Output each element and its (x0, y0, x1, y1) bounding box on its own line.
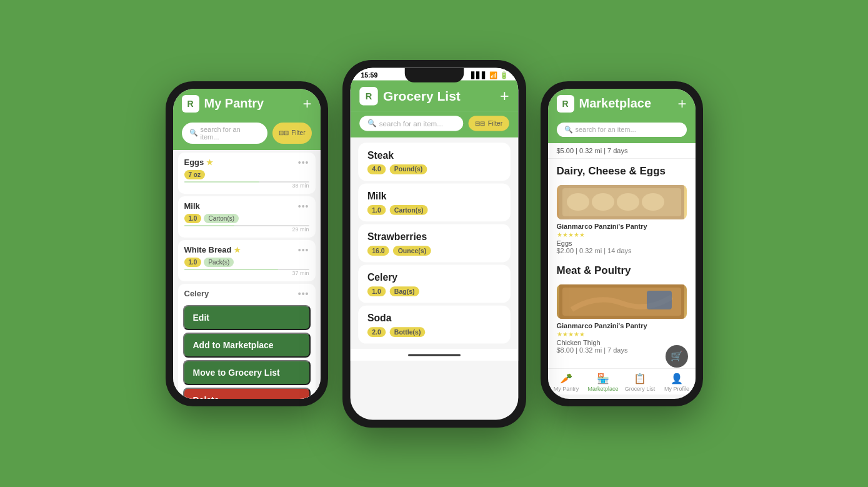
seller-name-chicken: Gianmarco Panzini's Pantry (557, 322, 687, 329)
star-icon: ★ (234, 246, 241, 254)
list-item[interactable]: Steak 4.0 Pound(s) (358, 143, 511, 181)
filter-icon: ⊟⊟ (474, 119, 485, 127)
list-item[interactable]: Soda 2.0 Bottle(s) (358, 305, 511, 343)
wifi-icon: 📶 (489, 71, 497, 79)
grocery-item-name-milk: Milk (367, 189, 501, 201)
unit-tag-bread: Pack(s) (204, 258, 234, 267)
qty-strawberries: 16.0 (367, 246, 389, 256)
status-time: 15:59 (361, 71, 377, 79)
search-icon: 🔍 (564, 126, 573, 134)
qty-celery: 1.0 (367, 286, 385, 296)
product-name-eggs: Eggs (557, 239, 687, 247)
filter-icon: ⊟⊟ (279, 129, 289, 136)
unit-tag-milk: Carton(s) (204, 214, 239, 223)
item-time-milk: 29 min (184, 226, 309, 233)
unit-soda: Bottle(s) (389, 327, 425, 337)
list-item[interactable]: Gianmarco Panzini's Pantry ★★★★★ Eggs $2… (548, 181, 696, 258)
marketplace-add-button[interactable]: + (677, 96, 686, 111)
marketplace-content: $5.00 | 0.32 mi | 7 days Dairy, Cheese &… (548, 143, 696, 368)
grocery-items-list: Steak 4.0 Pound(s) Milk 1.0 Carton(s) St… (350, 137, 518, 348)
grocery-filter-label: Filter (487, 119, 502, 127)
pantry-add-button[interactable]: + (302, 96, 311, 111)
product-price-eggs: $2.00 | 0.32 mi | 14 days (557, 247, 687, 254)
svg-point-3 (592, 193, 614, 211)
list-item[interactable]: Milk 1.0 Carton(s) (358, 183, 511, 221)
list-item[interactable]: Strawberries 16.0 Ounce(s) (358, 224, 511, 262)
grocery-search-input[interactable]: 🔍 search for an item... (359, 116, 463, 131)
add-to-marketplace-button[interactable]: Add to Marketplace (183, 333, 311, 358)
item-menu-eggs[interactable]: ••• (298, 158, 309, 168)
unit-strawberries: Ounce(s) (393, 246, 431, 256)
list-item[interactable]: White Bread ★ ••• 1.0 Pack(s) 37 min (178, 240, 316, 281)
bottom-nav: 🥕 My Pantry 🏪 Marketplace 📋 Grocery List… (548, 368, 696, 394)
nav-label-pantry: My Pantry (554, 386, 579, 392)
list-item[interactable]: Eggs ★ ••• 7 oz 38 min (178, 153, 316, 194)
app-logo-grocery: R (359, 87, 377, 105)
grocery-title: Grocery List (383, 88, 461, 103)
grocery-add-button[interactable]: + (499, 88, 509, 104)
delete-button[interactable]: Delete (183, 388, 311, 399)
item-menu-bread[interactable]: ••• (298, 245, 309, 255)
app-logo-pantry: R (182, 95, 199, 113)
list-item[interactable]: Milk ••• 1.0 Carton(s) 29 min (178, 196, 316, 238)
grocery-item-name-steak: Steak (367, 149, 501, 160)
item-name-milk: Milk (184, 201, 200, 211)
pantry-filter-label: Filter (291, 129, 305, 136)
notch (404, 68, 464, 82)
scene: R My Pantry + 🔍 search for an item... ⊟⊟… (0, 0, 868, 487)
app-logo-marketplace: R (557, 95, 574, 113)
grocery-filter-button[interactable]: ⊟⊟ Filter (468, 116, 509, 131)
pantry-header: R My Pantry + (173, 89, 321, 119)
grocery-header: R Grocery List + (350, 80, 518, 111)
search-icon: 🔍 (367, 119, 376, 128)
search-icon: 🔍 (189, 129, 198, 137)
category-dairy: Dairy, Cheese & Eggs (548, 159, 696, 181)
context-dots: ••• (298, 289, 309, 299)
item-name-bread: White Bread ★ (184, 245, 241, 254)
price-row: $5.00 | 0.32 mi | 7 days (548, 143, 696, 159)
unit-celery: Bag(s) (389, 286, 419, 296)
nav-label-marketplace: Marketplace (587, 386, 618, 392)
nav-label-grocery: Grocery List (625, 386, 656, 392)
marketplace-title: Marketplace (579, 96, 652, 111)
seller-name-eggs: Gianmarco Panzini's Pantry (557, 223, 687, 230)
unit-milk: Carton(s) (389, 205, 427, 215)
move-to-grocery-button[interactable]: Move to Grocery List (183, 360, 311, 385)
qty-tag-bread: 1.0 (184, 258, 202, 267)
nav-item-pantry[interactable]: 🥕 My Pantry (548, 373, 585, 392)
cart-icon: 🛒 (671, 350, 683, 362)
marketplace-search-input[interactable]: 🔍 search for an item... (557, 123, 687, 137)
star-row-eggs: ★★★★★ (557, 231, 687, 238)
pantry-filter-button[interactable]: ⊟⊟ Filter (272, 123, 311, 144)
grocery-item-name-celery: Celery (367, 271, 501, 283)
signal-icon: ▋▋▋ (471, 71, 486, 79)
list-item[interactable]: Celery 1.0 Bag(s) (358, 264, 511, 303)
qty-steak: 4.0 (367, 164, 385, 174)
nav-item-marketplace[interactable]: 🏪 Marketplace (585, 373, 622, 392)
nav-item-profile[interactable]: 👤 My Profile (659, 373, 696, 392)
context-menu-celery: Celery ••• Edit Add to Marketplace Move … (178, 284, 316, 399)
nav-item-grocery[interactable]: 📋 Grocery List (622, 373, 659, 392)
qty-tag-eggs: 7 oz (184, 170, 205, 179)
svg-point-4 (617, 193, 639, 211)
battery-icon: 🔋 (500, 71, 508, 79)
nav-label-profile: My Profile (664, 386, 689, 392)
pantry-search-input[interactable]: 🔍 search for an item... (182, 123, 268, 144)
qty-milk: 1.0 (367, 205, 385, 215)
cart-fab[interactable]: 🛒 (666, 345, 688, 368)
qty-soda: 2.0 (367, 327, 385, 337)
svg-rect-8 (647, 291, 672, 309)
pantry-title: My Pantry (204, 96, 264, 111)
grocery-item-name-soda: Soda (367, 312, 501, 323)
star-row-chicken: ★★★★★ (557, 331, 687, 338)
pantry-content: Eggs ★ ••• 7 oz 38 min Milk ••• (173, 150, 321, 399)
marketplace-search-container: 🔍 search for an item... (548, 119, 696, 143)
grocery-item-name-strawberries: Strawberries (367, 231, 501, 242)
phone-grocery: 15:59 ▋▋▋ 📶 🔋 R Grocery List + 🔍 (342, 60, 526, 428)
category-meat: Meat & Poultry (548, 258, 696, 281)
edit-button[interactable]: Edit (183, 305, 311, 330)
eggs-image-svg (557, 185, 687, 219)
item-name-eggs: Eggs ★ (184, 158, 214, 167)
item-menu-milk[interactable]: ••• (298, 201, 309, 211)
grocery-search-container: 🔍 search for an item... ⊟⊟ Filter (350, 111, 518, 137)
